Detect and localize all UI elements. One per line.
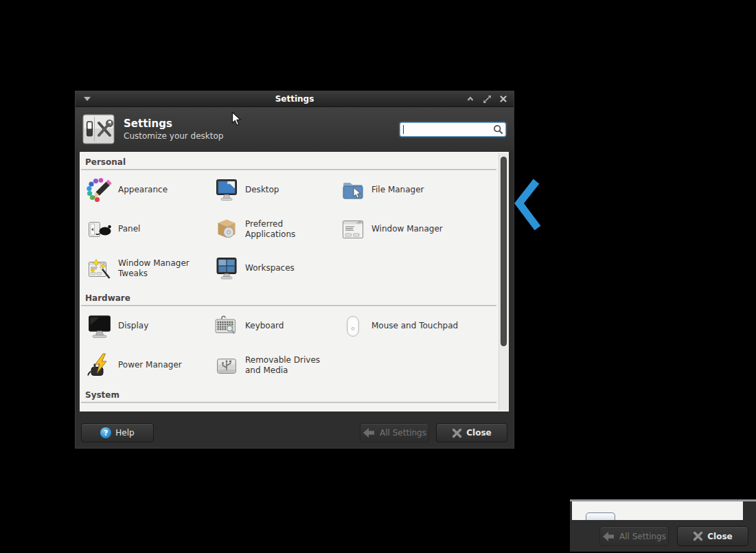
- display-icon: [87, 313, 113, 339]
- window-menu-button[interactable]: [81, 94, 91, 104]
- settings-item-partial-window-icon[interactable]: [340, 403, 498, 411]
- window-manager-tweaks-icon: [87, 256, 113, 282]
- dialog-header: Settings Customize your desktop: [76, 107, 514, 151]
- settings-item-partial-blue-circle-icon[interactable]: [87, 403, 214, 411]
- keyboard-icon: [214, 313, 240, 339]
- corner-settings-window: All Settings Close: [570, 499, 756, 552]
- section-system: System: [80, 385, 498, 411]
- titlebar[interactable]: Settings: [76, 91, 514, 107]
- settings-item-mouse-and-touchpad[interactable]: Mouse and Touchpad: [340, 306, 498, 346]
- corner-all-settings-button[interactable]: All Settings: [599, 526, 669, 546]
- help-button[interactable]: ? Help: [81, 423, 154, 442]
- section-hardware: Hardware Display Keyboard Mouse and Touc…: [80, 288, 498, 385]
- settings-window: Settings: [75, 91, 514, 449]
- back-arrow-icon: [363, 427, 376, 438]
- section-header: Personal: [80, 152, 498, 169]
- partial-item-icon: [586, 512, 615, 520]
- settings-item-keyboard[interactable]: Keyboard: [214, 306, 340, 346]
- settings-item-file-manager[interactable]: File Manager: [340, 170, 498, 210]
- section-header: Hardware: [80, 288, 498, 305]
- shade-icon: [466, 95, 474, 103]
- desktop-icon: [214, 177, 240, 203]
- section-personal: Personal Appearance Desktop File Manager…: [80, 152, 498, 288]
- settings-item-desktop[interactable]: Desktop: [214, 170, 340, 210]
- settings-item-label: Appearance: [118, 185, 168, 195]
- mouse-icon: [340, 313, 366, 339]
- window-title: Settings: [76, 94, 514, 104]
- corner-close-label: Close: [707, 532, 732, 541]
- appearance-icon: [87, 177, 113, 203]
- shade-button[interactable]: [466, 94, 475, 104]
- close-x-icon: [693, 531, 703, 541]
- desktop: { "window": { "title": "Settings", "head…: [0, 0, 756, 553]
- search-input[interactable]: [400, 122, 506, 137]
- scrollbar-track[interactable]: [499, 153, 508, 410]
- settings-item-label: Preferred Applications: [245, 219, 326, 240]
- corner-window-content: [572, 501, 743, 520]
- settings-item-panel[interactable]: Panel: [87, 210, 214, 249]
- settings-item-label: Display: [118, 321, 148, 331]
- close-window-button[interactable]: [499, 94, 508, 104]
- settings-item-appearance[interactable]: Appearance: [87, 170, 214, 210]
- close-button-label: Close: [466, 428, 491, 438]
- close-x-icon: [452, 428, 462, 438]
- settings-item-label: Window Manager: [371, 224, 443, 234]
- settings-item-label: File Manager: [371, 185, 424, 195]
- settings-item-label: Panel: [118, 224, 140, 234]
- settings-content: Personal Appearance Desktop File Manager…: [80, 152, 509, 411]
- settings-item-label: Workspaces: [245, 263, 295, 273]
- all-settings-button-label: All Settings: [380, 428, 426, 438]
- search-icon: [493, 124, 503, 135]
- settings-manager-icon: [82, 114, 115, 144]
- settings-item-label: Removable Drives and Media: [245, 355, 326, 376]
- settings-item-window-manager-tweaks[interactable]: Window Manager Tweaks: [87, 249, 214, 288]
- back-arrow-icon: [602, 531, 615, 542]
- corner-window-footer: All Settings Close: [570, 520, 756, 552]
- maximize-icon: [483, 95, 492, 104]
- corner-all-settings-label: All Settings: [619, 532, 666, 541]
- settings-item-window-manager[interactable]: Window Manager: [340, 210, 498, 249]
- settings-item-workspaces[interactable]: Workspaces: [214, 249, 340, 288]
- settings-item-partial-gray-box-icon[interactable]: [214, 403, 340, 411]
- removable-drives-icon: [214, 352, 240, 379]
- text-caret: [403, 125, 404, 134]
- workspaces-icon: [214, 256, 240, 282]
- help-icon: ?: [100, 427, 111, 438]
- settings-sections: Personal Appearance Desktop File Manager…: [80, 152, 498, 411]
- preferred-applications-icon: [214, 216, 240, 242]
- desktop-logo-chevron: [511, 173, 542, 235]
- settings-item-label: Keyboard: [245, 321, 284, 331]
- settings-item-power-manager[interactable]: Power Manager: [87, 346, 214, 385]
- file-manager-icon: [340, 177, 366, 203]
- menu-triangle-icon: [84, 97, 91, 101]
- settings-item-preferred-applications[interactable]: Preferred Applications: [214, 210, 340, 249]
- close-button[interactable]: Close: [436, 423, 507, 442]
- mouse-cursor: [231, 111, 243, 127]
- section-header: System: [80, 385, 498, 402]
- settings-item-label: Mouse and Touchpad: [371, 321, 458, 331]
- settings-item-label: Window Manager Tweaks: [118, 258, 199, 279]
- page-title: Settings: [124, 117, 223, 130]
- maximize-button[interactable]: [482, 94, 492, 104]
- settings-item-label: Desktop: [245, 185, 279, 195]
- settings-item-label: Power Manager: [118, 360, 182, 370]
- page-subtitle: Customize your desktop: [124, 131, 223, 141]
- settings-item-removable-drives-and-media[interactable]: Removable Drives and Media: [214, 346, 340, 385]
- help-button-label: Help: [115, 428, 134, 438]
- all-settings-button[interactable]: All Settings: [360, 423, 429, 442]
- close-icon: [499, 95, 507, 103]
- panel-icon: [87, 216, 113, 242]
- scrollbar-thumb[interactable]: [501, 157, 507, 346]
- settings-item-display[interactable]: Display: [87, 306, 214, 346]
- corner-close-button[interactable]: Close: [677, 526, 748, 546]
- window-manager-icon: [340, 216, 366, 242]
- power-manager-icon: [87, 352, 113, 379]
- dialog-footer: ? Help All Settings Close: [76, 411, 514, 448]
